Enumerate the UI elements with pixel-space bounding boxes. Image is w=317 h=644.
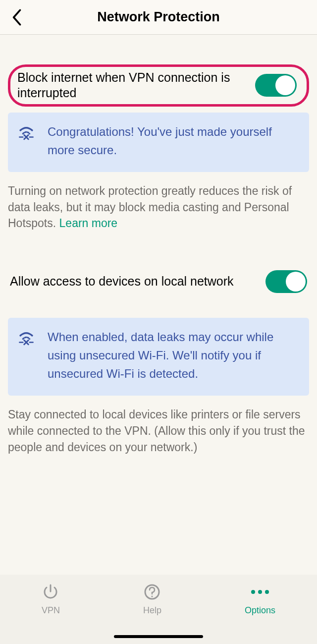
header-bar: Network Protection [0, 0, 317, 35]
toggle-knob [275, 75, 295, 95]
local-network-description: Stay connected to local devices like pri… [8, 407, 309, 455]
svg-point-9 [152, 595, 153, 597]
page-title: Network Protection [97, 9, 220, 25]
content-area: Block internet when VPN connection is in… [0, 64, 317, 455]
chevron-left-icon [12, 9, 23, 26]
learn-more-link[interactable]: Learn more [59, 217, 118, 230]
help-icon [144, 584, 160, 600]
tab-help[interactable]: Help [143, 584, 161, 616]
tab-options-label: Options [245, 605, 275, 616]
block-internet-banner-text: Congratulations! You've just made yourse… [48, 122, 297, 159]
toggle-knob [286, 272, 306, 292]
block-internet-label: Block internet when VPN connection is in… [17, 70, 230, 101]
local-network-toggle[interactable] [265, 270, 307, 293]
tab-help-label: Help [143, 605, 161, 616]
local-network-setting-row: Allow access to devices on local network [8, 270, 309, 293]
tab-bar: VPN Help Options [0, 575, 317, 644]
back-button[interactable] [5, 0, 30, 35]
block-internet-banner: Congratulations! You've just made yourse… [8, 113, 309, 172]
block-internet-setting-row: Block internet when VPN connection is in… [8, 64, 309, 107]
block-internet-desc-text: Turning on network protection greatly re… [8, 184, 292, 230]
local-network-banner-text: When enabled, data leaks may occur while… [48, 328, 297, 383]
home-indicator[interactable] [114, 635, 203, 638]
block-internet-description: Turning on network protection greatly re… [8, 183, 309, 232]
tab-vpn[interactable]: VPN [42, 584, 60, 616]
wifi-x-icon [18, 330, 35, 347]
tab-vpn-label: VPN [42, 605, 60, 616]
local-network-label: Allow access to devices on local network [10, 274, 234, 289]
local-network-banner: When enabled, data leaks may occur while… [8, 318, 309, 396]
block-internet-toggle[interactable] [255, 74, 297, 97]
wifi-x-icon [18, 124, 35, 141]
more-icon [252, 584, 268, 600]
power-icon [42, 584, 59, 600]
tab-options[interactable]: Options [245, 584, 275, 616]
